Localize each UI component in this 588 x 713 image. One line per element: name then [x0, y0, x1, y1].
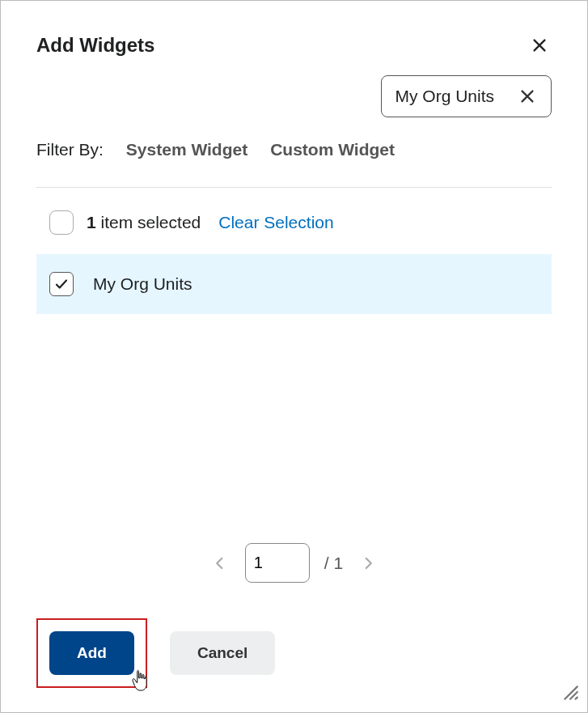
selection-summary: 1 item selected Clear Selection [36, 206, 552, 254]
chevron-left-icon [213, 554, 227, 573]
selection-count-suffix: item selected [96, 213, 201, 231]
spacer [36, 314, 552, 543]
search-row: My Org Units [36, 75, 552, 117]
page-total: / 1 [324, 554, 343, 573]
item-label: My Org Units [93, 274, 192, 294]
dialog-title: Add Widgets [36, 34, 154, 57]
check-icon [54, 277, 69, 291]
list-item[interactable]: My Org Units [36, 254, 552, 314]
search-value: My Org Units [395, 87, 494, 106]
dialog-footer: Add Cancel [36, 618, 552, 688]
filter-system-widget[interactable]: System Widget [126, 140, 247, 159]
cancel-button[interactable]: Cancel [170, 631, 275, 675]
add-button[interactable]: Add [49, 631, 134, 675]
resize-icon [561, 683, 579, 701]
annotation-highlight: Add [36, 618, 147, 688]
item-checkbox[interactable] [49, 272, 74, 296]
resize-grip[interactable] [561, 683, 579, 704]
clear-search-button[interactable] [517, 86, 538, 107]
filter-custom-widget[interactable]: Custom Widget [270, 140, 395, 159]
next-page-button[interactable] [357, 550, 379, 576]
pagination: / 1 [36, 543, 552, 583]
page-input[interactable] [245, 543, 310, 583]
prev-page-button[interactable] [209, 550, 231, 576]
close-icon [518, 87, 536, 105]
dialog-header: Add Widgets [36, 33, 552, 57]
clear-selection-button[interactable]: Clear Selection [218, 213, 333, 232]
chevron-right-icon [361, 554, 375, 573]
filter-row: Filter By: System Widget Custom Widget [36, 140, 552, 159]
selection-count-number: 1 [87, 213, 96, 231]
filter-label: Filter By: [36, 140, 104, 159]
close-button[interactable] [527, 33, 552, 57]
close-icon [531, 36, 548, 54]
divider [36, 187, 552, 188]
search-chip[interactable]: My Org Units [381, 75, 552, 117]
selection-count: 1 item selected [87, 213, 201, 232]
select-all-checkbox[interactable] [49, 210, 74, 235]
add-widgets-dialog: Add Widgets My Org Units Filter By: Syst… [0, 0, 588, 713]
